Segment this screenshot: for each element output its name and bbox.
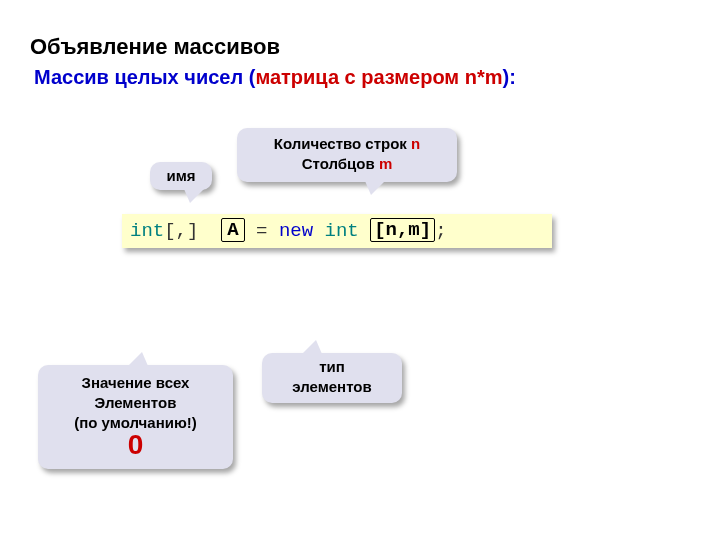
callout-tail-icon [302, 340, 322, 354]
callout-tail-icon [128, 352, 148, 366]
callout-tail-icon [184, 189, 204, 203]
callout-tail-icon [365, 181, 385, 195]
callout-cols-line: Столбцов m [237, 154, 457, 174]
cols-m: m [379, 155, 392, 172]
code-type-int-2: int [325, 220, 359, 242]
code-declaration: int[,] A = new int [n,m]; [122, 214, 552, 248]
callout-name: имя [150, 162, 212, 190]
subtitle-suffix: ): [503, 66, 516, 88]
callout-default-value: Значение всех Элементов (по умолчанию!) … [38, 365, 233, 469]
code-dimensions: [n,m] [370, 218, 435, 242]
callout-rows-line: Количество строк n [237, 134, 457, 154]
type-line2: элементов [262, 377, 402, 397]
subtitle-emphasis: матрица с размером n*m [255, 66, 502, 88]
code-var-A: A [221, 218, 244, 242]
default-zero: 0 [38, 435, 233, 455]
default-line2: Элементов [38, 393, 233, 413]
callout-rows-cols: Количество строк n Столбцов m [237, 128, 457, 182]
slide-subtitle: Массив целых чисел (матрица с размером n… [34, 66, 516, 89]
code-brackets: [,] [164, 220, 198, 242]
code-semicolon: ; [435, 220, 446, 242]
rows-n: n [411, 135, 420, 152]
rows-prefix: Количество строк [274, 135, 411, 152]
subtitle-prefix: Массив целых чисел ( [34, 66, 255, 88]
default-line1: Значение всех [38, 373, 233, 393]
code-new-keyword: new [279, 220, 313, 242]
code-type-int: int [130, 220, 164, 242]
callout-element-type: тип элементов [262, 353, 402, 403]
callout-name-text: имя [166, 167, 195, 184]
type-line1: тип [262, 357, 402, 377]
slide-title: Объявление массивов [30, 34, 280, 60]
cols-prefix: Столбцов [302, 155, 379, 172]
code-equals: = [245, 220, 279, 242]
